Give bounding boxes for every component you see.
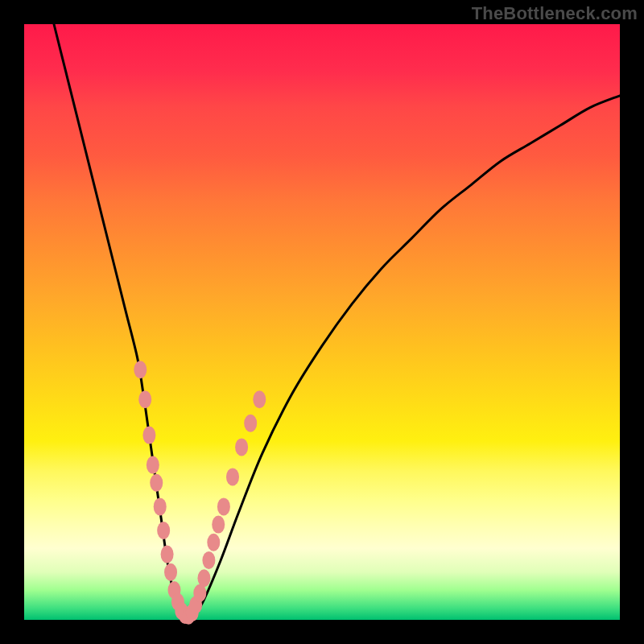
plot-area [24, 24, 620, 620]
watermark-text: TheBottleneck.com [472, 3, 638, 24]
chart-container: TheBottleneck.com [0, 0, 644, 644]
